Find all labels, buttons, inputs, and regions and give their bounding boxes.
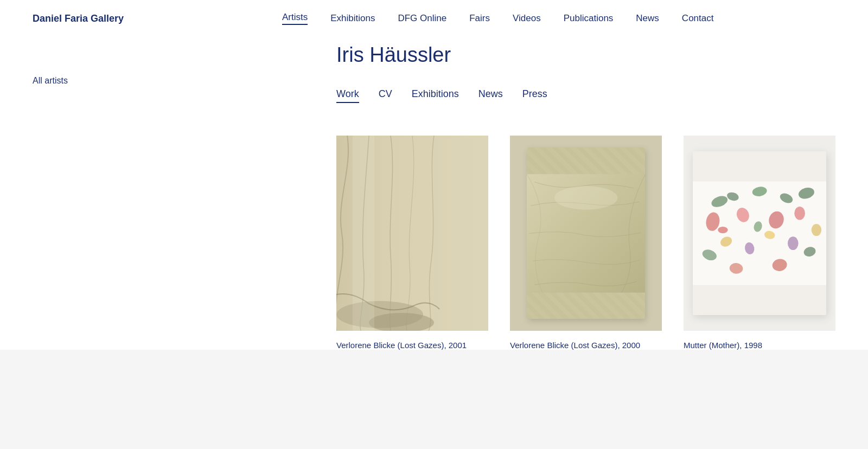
artwork-image-3: [684, 136, 835, 331]
artwork-item[interactable]: Verlorene Blicke (Lost Gazes), 2000: [510, 136, 662, 350]
site-title[interactable]: Daniel Faria Gallery: [33, 13, 195, 24]
main-navigation: Artists Exhibitions DFG Online Fairs Vid…: [282, 12, 713, 25]
svg-point-5: [554, 186, 617, 210]
artwork-title-1: Verlorene Blicke (Lost Gazes), 2001: [336, 341, 488, 350]
all-artists-link[interactable]: All artists: [33, 56, 168, 86]
artwork-item[interactable]: Verlorene Blicke (Lost Gazes), 2001: [336, 136, 488, 350]
artwork-title-3: Mutter (Mother), 1998: [684, 341, 835, 350]
sidebar: All artists: [33, 56, 168, 350]
artwork-image-1: [336, 136, 488, 331]
nav-exhibitions[interactable]: Exhibitions: [330, 13, 375, 24]
artist-navigation: Work CV Exhibitions News Press: [336, 88, 835, 103]
artwork-item[interactable]: Mutter (Mother), 1998: [684, 136, 835, 350]
artist-name: Iris Häussler: [336, 43, 835, 67]
svg-rect-3: [353, 136, 374, 331]
artwork-image-2: [510, 136, 662, 331]
artworks-grid: Verlorene Blicke (Lost Gazes), 2001: [336, 136, 835, 350]
page-body: All artists Iris Häussler Work CV Exhibi…: [0, 37, 868, 350]
square-cloth-graphic: [527, 147, 645, 319]
artist-nav-cv[interactable]: CV: [379, 88, 392, 103]
fabric-drape-graphic: [336, 136, 488, 331]
nav-dfg-online[interactable]: DFG Online: [398, 13, 446, 24]
nav-artists[interactable]: Artists: [282, 12, 308, 25]
artist-nav-exhibitions[interactable]: Exhibitions: [412, 88, 459, 103]
artist-nav-press[interactable]: Press: [522, 88, 547, 103]
artist-nav-news[interactable]: News: [478, 88, 503, 103]
abstract-art-graphic: [693, 151, 826, 315]
content-area: Iris Häussler Work CV Exhibitions News P…: [336, 43, 835, 350]
svg-rect-25: [693, 182, 826, 285]
page-layout: All artists Iris Häussler Work CV Exhibi…: [33, 37, 835, 350]
nav-publications[interactable]: Publications: [564, 13, 614, 24]
artist-nav-work[interactable]: Work: [336, 88, 359, 103]
nav-videos[interactable]: Videos: [513, 13, 541, 24]
nav-fairs[interactable]: Fairs: [469, 13, 490, 24]
artwork-title-2: Verlorene Blicke (Lost Gazes), 2000: [510, 341, 662, 350]
site-header: Daniel Faria Gallery Artists Exhibitions…: [0, 0, 868, 37]
nav-contact[interactable]: Contact: [682, 13, 714, 24]
svg-point-26: [718, 227, 727, 233]
nav-news[interactable]: News: [636, 13, 659, 24]
